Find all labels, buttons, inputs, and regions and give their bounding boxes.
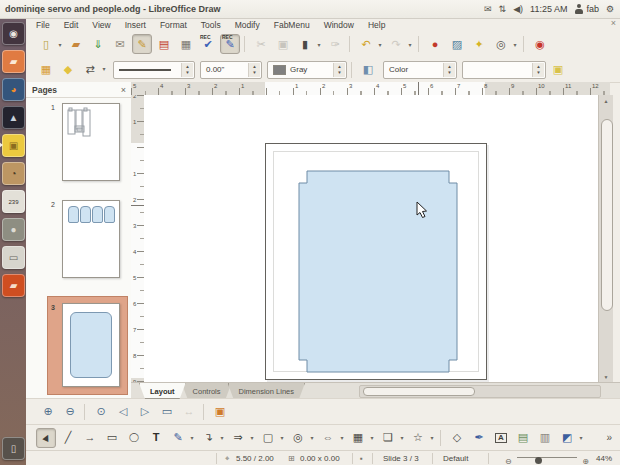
- undo-dropdown[interactable]: ▾: [376, 35, 384, 53]
- extrusion-button[interactable]: ◩: [557, 428, 577, 448]
- edit-file-button[interactable]: ✎: [132, 34, 152, 54]
- slide-indicator[interactable]: Slide 3 / 3: [383, 454, 419, 463]
- zoom-page-button[interactable]: ▭: [157, 402, 177, 422]
- edit-points-button[interactable]: ▦: [36, 60, 56, 80]
- hyperlink-button[interactable]: ●: [425, 34, 445, 54]
- zoom-object-button[interactable]: ▣: [210, 402, 230, 422]
- zoom-slider[interactable]: ⊖ ⊕: [505, 454, 589, 463]
- launcher-item-firefox[interactable]: ◕: [2, 78, 25, 101]
- line-width-input[interactable]: 0.00" ▲▼: [200, 61, 262, 79]
- launcher-item-inkscape[interactable]: ▲: [2, 106, 25, 129]
- launcher-item-counter-239[interactable]: 239: [2, 190, 25, 213]
- zoom-button[interactable]: ◎: [491, 34, 511, 54]
- ellipse-button[interactable]: ◯: [124, 428, 144, 448]
- arrow-style-dropdown[interactable]: ▾: [100, 60, 108, 78]
- block-arrows-button[interactable]: ⇔: [318, 428, 338, 448]
- horizontal-scrollbar[interactable]: [359, 385, 601, 398]
- session-gear-icon[interactable]: ⚙: [606, 4, 614, 14]
- zoom-next-button[interactable]: ▷: [135, 402, 155, 422]
- zoom-out-button[interactable]: ⊖: [60, 402, 80, 422]
- symbol-shapes-button[interactable]: ◎: [288, 428, 308, 448]
- basic-shapes-button[interactable]: ▢: [258, 428, 278, 448]
- close-document-button[interactable]: ×: [611, 18, 616, 28]
- redo-dropdown[interactable]: ▾: [406, 35, 414, 53]
- scroll-up-icon[interactable]: ▲: [599, 95, 613, 106]
- connector-dropdown[interactable]: ▾: [218, 429, 226, 447]
- clock[interactable]: 11:25 AM: [530, 4, 567, 14]
- zoom-in-icon[interactable]: ⊕: [582, 457, 589, 465]
- print-button[interactable]: ▦: [176, 34, 196, 54]
- zoom-slider-thumb[interactable]: [535, 457, 542, 464]
- launcher-item-folder-red[interactable]: ▰: [2, 274, 25, 297]
- launcher-item-files[interactable]: ▰: [2, 50, 25, 73]
- page-style[interactable]: Default: [443, 454, 468, 463]
- page-thumbnail-1[interactable]: [62, 103, 120, 181]
- shadow-button[interactable]: ▣: [548, 60, 568, 80]
- pages-panel-close-icon[interactable]: ×: [121, 85, 126, 95]
- network-indicator-icon[interactable]: ⇅: [499, 4, 507, 14]
- image-button[interactable]: ▤: [513, 428, 533, 448]
- curve-button[interactable]: ✎: [168, 428, 188, 448]
- area-style-button[interactable]: ◧: [358, 60, 378, 80]
- line-color-spinner[interactable]: ▲▼: [333, 63, 345, 77]
- menu-modify[interactable]: Modify: [228, 20, 267, 30]
- launcher-item-libreoffice-draw[interactable]: ▣: [2, 134, 25, 157]
- new-document-dropdown[interactable]: ▾: [56, 35, 64, 53]
- menu-help[interactable]: Help: [361, 20, 392, 30]
- menu-fabmenu[interactable]: FabMenu: [267, 20, 317, 30]
- lines-arrows-dropdown[interactable]: ▾: [248, 429, 256, 447]
- tab-controls[interactable]: Controls: [182, 383, 232, 399]
- basic-shapes-dropdown[interactable]: ▾: [278, 429, 286, 447]
- extrusion-dropdown[interactable]: ▾: [577, 429, 585, 447]
- line-style-select[interactable]: ▲▼: [113, 61, 195, 79]
- export-pdf-button[interactable]: ▤: [154, 34, 174, 54]
- fill-style-select[interactable]: Color ▲▼: [383, 61, 457, 79]
- fill-style-spinner[interactable]: ▲▼: [443, 63, 455, 77]
- stars-dropdown[interactable]: ▾: [428, 429, 436, 447]
- block-arrows-dropdown[interactable]: ▾: [338, 429, 346, 447]
- paste-button[interactable]: ▮: [295, 34, 315, 54]
- page-thumbnail-2[interactable]: [62, 200, 120, 278]
- zoom-dropdown[interactable]: ▾: [511, 35, 519, 53]
- line-color-select[interactable]: Gray ▲▼: [267, 61, 347, 79]
- notched-plate-shape[interactable]: [298, 170, 458, 373]
- sound-indicator-icon[interactable]: ◀): [513, 4, 523, 14]
- fill-color-spinner[interactable]: ▲▼: [532, 63, 544, 77]
- tab-layout[interactable]: Layout: [139, 383, 186, 399]
- rec-check-button[interactable]: ✔REC: [198, 34, 218, 54]
- curve-dropdown[interactable]: ▾: [188, 429, 196, 447]
- user-menu[interactable]: fab: [574, 4, 599, 14]
- launcher-item-trash[interactable]: ▯: [2, 437, 25, 460]
- undo-button[interactable]: ↶: [356, 34, 376, 54]
- vertical-ruler[interactable]: 21123456789: [131, 95, 145, 382]
- stars-button[interactable]: ☆: [408, 428, 428, 448]
- callouts-button[interactable]: ❏: [378, 428, 398, 448]
- open-button[interactable]: ▰: [66, 34, 86, 54]
- menu-view[interactable]: View: [85, 20, 117, 30]
- connector-button[interactable]: ↴: [198, 428, 218, 448]
- v-scroll-thumb[interactable]: [601, 119, 613, 311]
- glue-points-button[interactable]: ◆: [58, 60, 78, 80]
- menu-edit[interactable]: Edit: [57, 20, 86, 30]
- launcher-item-clock-app[interactable]: ◔: [2, 162, 25, 185]
- lines-arrows-button[interactable]: ⇒: [228, 428, 248, 448]
- points-button[interactable]: ◇: [447, 428, 467, 448]
- menu-insert[interactable]: Insert: [118, 20, 153, 30]
- fill-color-select[interactable]: ▲▼: [462, 61, 546, 79]
- line-style-spinner[interactable]: ▲▼: [181, 63, 193, 77]
- menu-format[interactable]: Format: [153, 20, 194, 30]
- navigator-button[interactable]: ✦: [469, 34, 489, 54]
- launcher-item-gimp[interactable]: ●: [2, 218, 25, 241]
- flowchart-button[interactable]: ▦: [348, 428, 368, 448]
- zoom-100-button[interactable]: ⊙: [91, 402, 111, 422]
- message-indicator-icon[interactable]: ✉: [484, 4, 492, 14]
- tab-dimension-lines[interactable]: Dimension Lines: [228, 383, 305, 399]
- menu-file[interactable]: File: [29, 20, 57, 30]
- save-button[interactable]: ⇓: [88, 34, 108, 54]
- scroll-down-icon[interactable]: ▼: [599, 371, 613, 382]
- fontwork-button[interactable]: A: [491, 428, 511, 448]
- zoom-previous-button[interactable]: ◁: [113, 402, 133, 422]
- arrow-button[interactable]: →: [80, 428, 100, 448]
- arrow-style-button[interactable]: ⇄: [80, 60, 100, 80]
- text-button[interactable]: T: [146, 428, 166, 448]
